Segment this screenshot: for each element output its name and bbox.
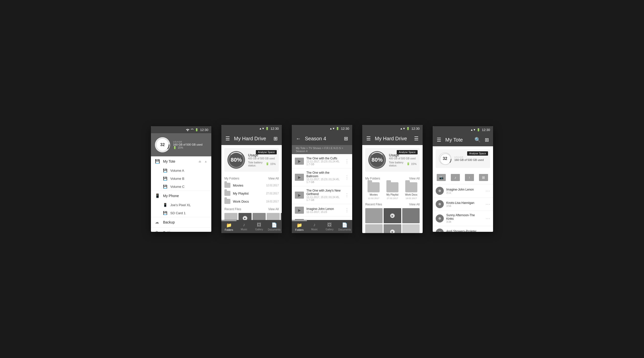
nav-item-settings[interactable]: ⚙ Settings xyxy=(151,228,211,232)
bnav-folders-2[interactable]: 📁 Folders xyxy=(221,220,236,233)
music-more-4[interactable]: ⋯ xyxy=(486,230,490,232)
folders-title-4: My Folders xyxy=(365,177,380,180)
folder-item-workdocs-2[interactable]: Work Docs 19.02.2017 xyxy=(221,197,282,205)
hamburger-icon-4[interactable]: ☰ xyxy=(366,136,371,142)
ep-more-4[interactable]: ⋮ xyxy=(345,208,349,212)
grid-icon-2[interactable]: ⊞ xyxy=(273,136,278,142)
music-duration-1: 3:11 xyxy=(446,191,483,194)
breadcrumb-3: My Tote > TV Shows > F.R.I.E.N.D.S > Sea… xyxy=(292,145,352,154)
bnav-gallery-3[interactable]: 🖼 Gallery xyxy=(322,221,337,232)
folder-item-playlist-2[interactable]: My Playlist 27.02.2017 xyxy=(221,189,282,197)
recent-thumb-4-4[interactable] xyxy=(365,224,383,233)
thumb-4-2[interactable] xyxy=(267,213,280,220)
thumb-2-2[interactable]: ▶ xyxy=(238,213,252,220)
play-btn-4[interactable]: ▶ xyxy=(390,213,395,218)
gallery-icon-3: 🖼 xyxy=(327,222,332,228)
folders-view-all-4[interactable]: View All xyxy=(409,177,420,180)
hamburger-icon-5[interactable]: ☰ xyxy=(437,137,441,143)
status-icons-3: ▲▼ 🔋 xyxy=(330,127,340,130)
usage-text-2: Usage 400 GB of 500 GB used Tote battery… xyxy=(248,153,276,167)
hamburger-icon-2[interactable]: ☰ xyxy=(225,136,230,142)
recent-view-all-2[interactable]: View All xyxy=(268,207,279,211)
folder-grid-icon-playlist xyxy=(386,182,398,192)
tote-icon-share[interactable]: ↑ xyxy=(465,174,474,181)
nav-sub-item-volume-a[interactable]: 💾 Volume A xyxy=(151,166,211,174)
tote-icon-more[interactable]: ⊞ xyxy=(479,174,488,181)
nav-sub-item-volume-c[interactable]: 💾 Volume C xyxy=(151,183,211,191)
ep-info-1: The One with the Cuffs 12-11-2017, 15:23… xyxy=(306,157,342,166)
folder-item-movies-2[interactable]: Movies 12.02.2017 xyxy=(221,181,282,189)
back-icon-3[interactable]: ← xyxy=(296,136,301,142)
music-info-1: Imagine-John Lenon 3:11 xyxy=(446,188,483,194)
search-icon-5[interactable]: 🔍 xyxy=(474,137,481,143)
tote-icon-music[interactable]: ♪ xyxy=(451,174,460,181)
grid-icon-5[interactable]: ⊞ xyxy=(485,137,489,143)
grid-icon-3[interactable]: ⊞ xyxy=(344,136,348,142)
signal-icon-5: ▲▼ xyxy=(470,128,476,131)
folder-grid-movies[interactable]: Movies 12.02.2017 xyxy=(365,182,382,200)
music-item-3[interactable]: Sunny Afternoon-The Kinks 3:34 ⋯ xyxy=(433,211,493,226)
ep-more-3[interactable]: ⋮ xyxy=(345,193,349,197)
thumb-1-2[interactable] xyxy=(224,213,237,220)
recent-thumb-3-4[interactable] xyxy=(402,208,420,223)
battery-icon-2b: 🔋 xyxy=(266,162,269,165)
music-disc-2 xyxy=(436,200,444,208)
recent-view-all-4[interactable]: View All xyxy=(409,203,420,206)
thumb-5-2[interactable]: ▶ xyxy=(281,213,282,220)
ep-title-3: The One with Joey's New Girlfriend xyxy=(306,189,342,196)
ep-more-1[interactable]: ⋮ xyxy=(345,159,349,163)
folder-grid-date-workdocs: 19.02.2017 xyxy=(406,197,417,200)
folder-grid-playlist[interactable]: My Playlist 27.02.2017 xyxy=(384,182,401,200)
nav-sub-item-volume-b[interactable]: 💾 Volume B xyxy=(151,174,211,183)
folders-view-all-2[interactable]: View All xyxy=(268,177,279,180)
nav-item-my-phone[interactable]: 📱 My Phone xyxy=(151,191,211,201)
music-title-2: Knots-Lisa Hannigan xyxy=(446,201,483,205)
music-more-2[interactable]: ⋯ xyxy=(486,202,490,206)
music-item-4[interactable]: April Showers-Proleter 4:11 ⋯ xyxy=(433,226,493,232)
analyse-space-btn-4[interactable]: Analyse Space xyxy=(397,150,418,154)
bnav-docs-2[interactable]: 📄 Documents xyxy=(267,221,282,233)
bnav-docs-3[interactable]: 📄 Documents xyxy=(337,221,352,233)
list-icon-4[interactable]: ☰ xyxy=(414,136,419,142)
recent-thumb-1-4[interactable] xyxy=(365,208,383,223)
tote-icon-camera[interactable]: 📷 xyxy=(437,174,446,181)
ep-more-2[interactable]: ⋮ xyxy=(345,175,349,180)
episode-item-3[interactable]: ▶ The One with Joey's New Girlfriend 12-… xyxy=(292,186,352,204)
music-title-4: April Showers-Proleter xyxy=(446,230,483,232)
recent-thumb-6-4[interactable] xyxy=(402,224,420,233)
analyse-space-btn-2[interactable]: Analyse Space xyxy=(256,150,277,154)
gallery-nav-icon: 🖼 xyxy=(257,222,261,228)
folder-icon-movies-2 xyxy=(224,183,230,188)
bnav-gallery-2[interactable]: 🖼 Gallery xyxy=(252,221,267,232)
episode-item-2[interactable]: ▶ The One with the Ballroom 12-11-2017, … xyxy=(292,168,352,186)
episode-item-4[interactable]: ▶ Imagine-John Lenon 12-11-2017, 15:23 ⋮ xyxy=(292,204,352,216)
music-more-3[interactable]: ⋯ xyxy=(486,216,490,221)
play-btn-2[interactable]: ▶ xyxy=(243,216,247,220)
bnav-music-2[interactable]: ♪ Music xyxy=(236,221,252,232)
app-bar-5: ☰ My Tote 🔍 ⊞ xyxy=(433,133,493,146)
nav-item-my-tote[interactable]: 💾 My Tote ⏏ ▲ xyxy=(151,156,211,166)
bnav-music-3[interactable]: ♪ Music xyxy=(307,221,322,232)
ep-video-icon-2: ▶ xyxy=(298,175,301,179)
folder-grid-workdocs[interactable]: Work Docs 19.02.2017 xyxy=(403,182,420,200)
usage-number-5: 32 xyxy=(443,156,447,161)
folder-date-workdocs-2: 19.02.2017 xyxy=(266,200,279,203)
nav-sub-item-pixel[interactable]: 📱 Joe's Pixel XL xyxy=(151,201,211,209)
circle-number-4: 80% xyxy=(372,157,383,163)
recent-thumb-5-4[interactable]: ▶ xyxy=(384,224,401,233)
ep-title-4: Imagine-John Lenon xyxy=(306,207,342,211)
thumb-3-2[interactable] xyxy=(253,213,266,220)
nav-sub-item-sdcard[interactable]: 💾 SD Card 1 xyxy=(151,209,211,217)
episode-item-1[interactable]: ▶ The One with the Cuffs 12-11-2017, 15:… xyxy=(292,154,352,168)
music-item-2[interactable]: Knots-Lisa Hannigan 3:56 ⋯ xyxy=(433,198,493,211)
eject-icon: ⏏ xyxy=(198,160,201,163)
music-item-1[interactable]: Imagine-John Lenon 3:11 ⋯ xyxy=(433,184,493,198)
episode-item-5[interactable]: ▶ Imagine-John Lenon 12-11-2017, 15:23 ⋮ xyxy=(292,216,352,220)
play-btn-4b[interactable]: ▶ xyxy=(390,230,395,233)
music-more-1[interactable]: ⋯ xyxy=(486,189,490,193)
recent-thumb-2-4[interactable]: ▶ xyxy=(384,208,401,223)
ep-video-icon-4: ▶ xyxy=(298,208,301,212)
nav-item-backup[interactable]: ☁ Backup xyxy=(151,217,211,227)
analyse-space-btn-5[interactable]: Analyse Space xyxy=(467,151,488,156)
bnav-folders-3[interactable]: 📁 Folders xyxy=(292,220,307,233)
